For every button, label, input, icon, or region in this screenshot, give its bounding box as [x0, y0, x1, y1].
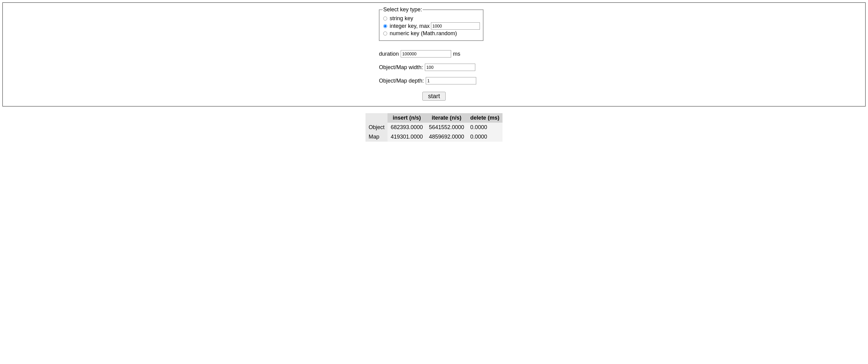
header-insert: insert (n/s)	[388, 113, 426, 123]
key-type-label-integer: integer key, max	[390, 23, 430, 29]
row-label: Map	[366, 132, 388, 142]
cell-iterate: 5641552.0000	[426, 123, 467, 132]
start-button[interactable]: start	[423, 92, 446, 101]
depth-label: Object/Map depth:	[379, 78, 424, 84]
cell-delete: 0.0000	[467, 123, 502, 132]
header-delete: delete (ms)	[467, 113, 502, 123]
cell-iterate: 4859692.0000	[426, 132, 467, 142]
duration-input[interactable]	[401, 50, 451, 58]
key-type-fieldset: Select key type: string key integer key,…	[379, 6, 484, 41]
depth-input[interactable]	[426, 77, 476, 84]
config-panel: Select key type: string key integer key,…	[2, 2, 866, 107]
key-type-radio-string[interactable]	[383, 17, 387, 21]
key-type-legend: Select key type:	[383, 6, 423, 13]
cell-insert: 419301.0000	[388, 132, 426, 142]
cell-delete: 0.0000	[467, 132, 502, 142]
key-type-radio-integer[interactable]	[383, 24, 387, 28]
start-row: start	[379, 92, 489, 101]
duration-unit: ms	[453, 51, 460, 57]
table-row: Map 419301.0000 4859692.0000 0.0000	[366, 132, 502, 142]
cell-insert: 682393.0000	[388, 123, 426, 132]
table-row: Object 682393.0000 5641552.0000 0.0000	[366, 123, 502, 132]
key-type-label-string: string key	[390, 15, 413, 22]
key-type-radio-numeric[interactable]	[383, 31, 387, 35]
header-iterate: iterate (n/s)	[426, 113, 467, 123]
results-table: insert (n/s) iterate (n/s) delete (ms) O…	[366, 113, 502, 142]
table-header-row: insert (n/s) iterate (n/s) delete (ms)	[366, 113, 502, 123]
key-type-label-numeric: numeric key (Math.random)	[390, 30, 457, 37]
results-wrapper: insert (n/s) iterate (n/s) delete (ms) O…	[2, 113, 866, 142]
integer-max-input[interactable]	[431, 22, 480, 30]
width-row: Object/Map width:	[379, 64, 475, 71]
duration-row: duration ms	[379, 50, 460, 58]
row-label: Object	[366, 123, 388, 132]
width-label: Object/Map width:	[379, 64, 423, 71]
header-corner	[366, 113, 388, 123]
depth-row: Object/Map depth:	[379, 77, 476, 84]
width-input[interactable]	[425, 64, 475, 71]
duration-label: duration	[379, 51, 399, 57]
key-type-option-integer: integer key, max	[383, 22, 480, 30]
key-type-option-numeric: numeric key (Math.random)	[383, 30, 480, 37]
config-center-column: Select key type: string key integer key,…	[379, 6, 489, 102]
key-type-option-string: string key	[383, 15, 480, 22]
